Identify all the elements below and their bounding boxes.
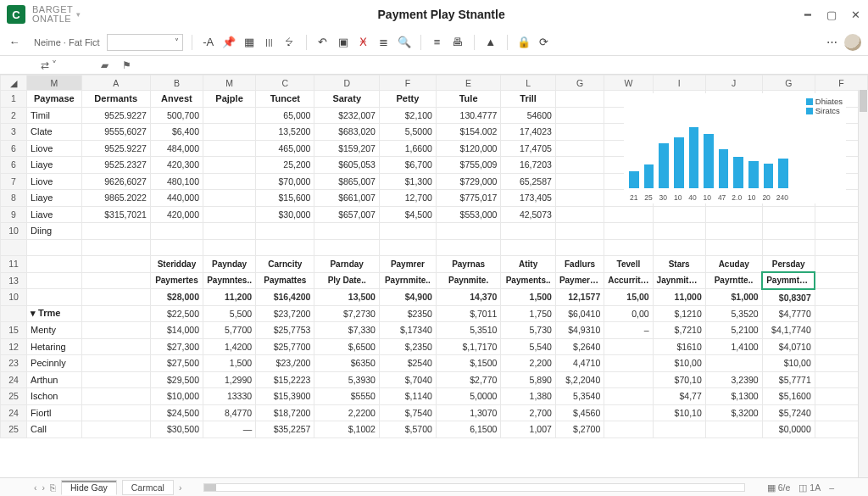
col-header[interactable]: C: [256, 75, 314, 91]
cell[interactable]: Pajple: [203, 91, 256, 108]
cell[interactable]: [604, 206, 653, 223]
cell[interactable]: [555, 206, 604, 223]
cell[interactable]: 1,2990: [203, 371, 256, 388]
cell[interactable]: 6: [1, 140, 27, 157]
cell[interactable]: [203, 140, 256, 157]
cell[interactable]: Stars: [653, 256, 705, 273]
cell[interactable]: Ply Date..: [314, 272, 379, 289]
cell[interactable]: Paymertes: [150, 272, 203, 289]
grid-area[interactable]: ◢ M A B M C D F E L G W I J G F: [0, 75, 868, 477]
cell[interactable]: Anvest: [150, 91, 203, 108]
col-header[interactable]: M: [27, 75, 82, 91]
cell[interactable]: 9525.9227: [81, 107, 150, 124]
cell[interactable]: 17,4023: [501, 124, 556, 141]
cell[interactable]: 5,7700: [203, 322, 256, 339]
cell[interactable]: Persday: [762, 256, 815, 273]
cell[interactable]: 130.4777: [436, 107, 500, 124]
cell[interactable]: 484,000: [150, 140, 203, 157]
cell[interactable]: [1, 305, 27, 322]
sheet-overflow-icon[interactable]: ›: [179, 482, 182, 493]
flag-icon[interactable]: ⚑: [122, 59, 131, 71]
cell[interactable]: $35,2257: [256, 421, 314, 438]
cell[interactable]: $,1500: [436, 355, 500, 372]
cell[interactable]: [762, 223, 815, 240]
cell[interactable]: [81, 421, 150, 438]
cell[interactable]: $120,000: [436, 140, 500, 157]
cell[interactable]: 15: [1, 322, 27, 339]
sheet-tab[interactable]: Carmcal: [122, 480, 174, 495]
cell[interactable]: $6,700: [379, 157, 436, 174]
cell[interactable]: [555, 223, 604, 240]
col-header[interactable]: J: [705, 75, 762, 91]
cell[interactable]: $24,500: [150, 404, 203, 421]
cell[interactable]: 11,200: [203, 289, 256, 306]
brand-name[interactable]: Barget Onatle: [32, 5, 73, 24]
cell[interactable]: $7,330: [314, 322, 379, 339]
cell[interactable]: $25,7753: [256, 322, 314, 339]
cell[interactable]: 12,1577: [555, 289, 604, 306]
cell[interactable]: Liaye: [27, 157, 82, 174]
col-header[interactable]: G: [762, 75, 815, 91]
cell[interactable]: $23,/200: [256, 355, 314, 372]
cell[interactable]: [203, 124, 256, 141]
comment-icon[interactable]: ▰: [101, 59, 108, 71]
cell[interactable]: Carncity: [256, 256, 314, 273]
cell[interactable]: [604, 338, 653, 355]
cell[interactable]: $6,400: [150, 124, 203, 141]
cell[interactable]: 24: [1, 371, 27, 388]
cell[interactable]: [705, 206, 762, 223]
cell[interactable]: Steridday: [150, 256, 203, 273]
cell[interactable]: [604, 404, 653, 421]
cell[interactable]: 1,007: [501, 421, 556, 438]
cell[interactable]: $,7540: [379, 404, 436, 421]
cell[interactable]: 8,4770: [203, 404, 256, 421]
cell[interactable]: 14,370: [436, 289, 500, 306]
lock-icon[interactable]: 🔒: [516, 35, 531, 50]
cell[interactable]: 5,890: [501, 371, 556, 388]
cell[interactable]: 1,4100: [705, 338, 762, 355]
cell[interactable]: Paymattes: [256, 272, 314, 289]
cell[interactable]: Paymmtes..: [762, 272, 815, 289]
cell[interactable]: Liove: [27, 173, 82, 190]
cell[interactable]: 13,5200: [256, 124, 314, 141]
cell[interactable]: [379, 239, 436, 256]
cell[interactable]: 7: [1, 173, 27, 190]
minimize-button[interactable]: ━: [802, 8, 814, 20]
cell[interactable]: $2540: [379, 355, 436, 372]
cell[interactable]: $605,053: [314, 157, 379, 174]
col-header[interactable]: I: [653, 75, 705, 91]
cell[interactable]: $27,500: [150, 355, 203, 372]
cell[interactable]: $,5700: [379, 421, 436, 438]
cell[interactable]: 0,00: [604, 305, 653, 322]
cell[interactable]: 1,6600: [379, 140, 436, 157]
cell[interactable]: $30,500: [150, 421, 203, 438]
cell[interactable]: [256, 239, 314, 256]
cell[interactable]: $683,020: [314, 124, 379, 141]
cell[interactable]: [27, 289, 82, 306]
cell[interactable]: $661,007: [314, 190, 379, 207]
cell[interactable]: $159,207: [314, 140, 379, 157]
cell[interactable]: $,2640: [555, 338, 604, 355]
cell[interactable]: [150, 223, 203, 240]
cell[interactable]: [203, 239, 256, 256]
close-button[interactable]: ✕: [849, 8, 861, 20]
col-header[interactable]: M: [203, 75, 256, 91]
cell[interactable]: Pecinnly: [27, 355, 82, 372]
cell[interactable]: Saraty: [314, 91, 379, 108]
cell[interactable]: [436, 239, 500, 256]
cell[interactable]: $5,1600: [762, 388, 815, 405]
cell[interactable]: Tule: [436, 91, 500, 108]
chart-bar-icon[interactable]: ⫼: [262, 35, 277, 50]
cell[interactable]: 13: [1, 272, 27, 289]
cell[interactable]: Atity: [501, 256, 556, 273]
col-header[interactable]: E: [436, 75, 500, 91]
cell[interactable]: 2: [1, 107, 27, 124]
cell[interactable]: 5,540: [501, 338, 556, 355]
cell[interactable]: $23,7200: [256, 305, 314, 322]
cell[interactable]: Diing: [27, 223, 82, 240]
cell[interactable]: 5,3510: [436, 322, 500, 339]
cell[interactable]: [555, 91, 604, 108]
cell[interactable]: [604, 371, 653, 388]
cell[interactable]: 12,700: [379, 190, 436, 207]
chart-line-icon[interactable]: ⭍: [282, 35, 298, 50]
